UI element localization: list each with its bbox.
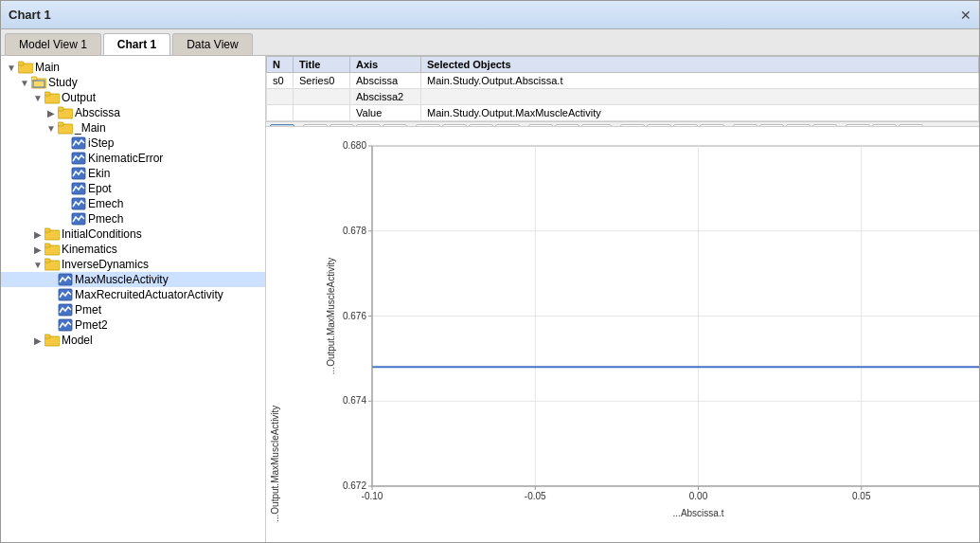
- tree-label-epot: Epot: [88, 182, 112, 195]
- tree-label-abscissa: Abscissa: [75, 106, 120, 119]
- toggle-initial-conditions[interactable]: ▶: [31, 229, 45, 240]
- series-axis-1: Abscissa2: [350, 89, 421, 105]
- toggle-kinematics[interactable]: ▶: [31, 244, 45, 255]
- item-icon-pmet2: [58, 318, 73, 332]
- series-col-title: Title: [294, 57, 350, 73]
- folder-icon-abscissa: [58, 106, 73, 119]
- series-title-1: [294, 89, 350, 105]
- toggle-abscissa[interactable]: ▶: [45, 108, 58, 118]
- svg-text:0.676: 0.676: [343, 311, 366, 321]
- svg-text:0.672: 0.672: [343, 480, 366, 491]
- tree-item-ekin[interactable]: Ekin: [1, 166, 265, 181]
- svg-rect-10: [58, 122, 63, 126]
- close-button[interactable]: ✕: [960, 8, 971, 23]
- tree-item-study[interactable]: ▼ Study: [1, 75, 265, 90]
- svg-rect-1: [18, 62, 24, 65]
- window-title: Chart 1: [9, 8, 51, 22]
- series-col-n: N: [267, 57, 294, 73]
- tree-label-emech: Emech: [88, 197, 123, 210]
- tree-item-pmech[interactable]: Pmech: [1, 211, 265, 226]
- series-n-2: [267, 105, 294, 121]
- item-icon-istep: [71, 136, 86, 150]
- tab-chart1[interactable]: Chart 1: [103, 33, 170, 55]
- tree-item-abscissa[interactable]: ▶ Abscissa: [1, 105, 265, 120]
- folder-icon-initial-conditions: [45, 227, 60, 241]
- tree-item-istep[interactable]: iStep: [1, 136, 265, 151]
- tree-item-max-muscle-activity[interactable]: MaxMuscleActivity: [1, 272, 265, 287]
- tree-item-kinematics[interactable]: ▶ Kinematics: [1, 242, 265, 257]
- tree-item-output[interactable]: ▼ Output: [1, 90, 265, 105]
- folder-icon-output: [45, 91, 60, 104]
- svg-rect-6: [45, 92, 50, 96]
- y-axis-label: ...Output.MaxMuscleActivity: [270, 127, 280, 522]
- toggle-study[interactable]: ▼: [18, 78, 31, 88]
- svg-rect-3: [31, 77, 37, 81]
- svg-text:-0.10: -0.10: [362, 491, 383, 501]
- tree-label-pmet2: Pmet2: [75, 318, 108, 332]
- tree-panel: ▼ Main ▼ Study ▼ Output ▶: [1, 56, 266, 542]
- tree-item-max-recruited-actuator[interactable]: MaxRecruitedActuatorActivity: [1, 287, 265, 302]
- toggle-model[interactable]: ▶: [31, 335, 45, 346]
- tree-label-output: Output: [62, 91, 96, 104]
- item-icon-emech: [71, 197, 86, 210]
- tree-item-kinematic-error[interactable]: KinematicError: [1, 151, 265, 166]
- title-bar: Chart 1 ✕: [1, 1, 979, 29]
- svg-text:...Abscissa.t: ...Abscissa.t: [673, 508, 724, 518]
- tree-item-inverse-dynamics[interactable]: ▼ InverseDynamics: [1, 257, 265, 272]
- tree-label-initial-conditions: InitialConditions: [62, 227, 142, 241]
- svg-text:0.00: 0.00: [689, 491, 708, 501]
- svg-rect-18: [45, 228, 50, 232]
- tab-model-view[interactable]: Model View 1: [5, 33, 101, 55]
- item-icon-pmech: [71, 212, 86, 226]
- series-col-axis: Axis: [350, 57, 421, 73]
- tree-label-_main: _Main: [75, 121, 106, 135]
- tree-item-pmet[interactable]: Pmet: [1, 302, 265, 317]
- tree-item-epot[interactable]: Epot: [1, 181, 265, 196]
- tab-bar: Model View 1 Chart 1 Data View: [1, 29, 979, 56]
- series-objects-2: Main.Study.Output.MaxMuscleActivity: [421, 105, 979, 121]
- main-window: Chart 1 ✕ Model View 1 Chart 1 Data View…: [0, 0, 980, 543]
- item-icon-max-recruited-actuator: [58, 288, 73, 301]
- tab-data-view[interactable]: Data View: [172, 33, 252, 55]
- tree-label-istep: iStep: [88, 136, 114, 150]
- series-row-1[interactable]: Abscissa2: [267, 89, 979, 105]
- tree-label-kinematic-error: KinematicError: [88, 152, 163, 165]
- folder-icon-_main: [58, 121, 73, 135]
- toggle-_main[interactable]: ▼: [45, 123, 58, 134]
- tree-label-max-recruited-actuator: MaxRecruitedActuatorActivity: [75, 288, 223, 301]
- tree-item-initial-conditions[interactable]: ▶ InitialConditions: [1, 226, 265, 242]
- svg-text:0.678: 0.678: [343, 226, 366, 236]
- toggle-main[interactable]: ▼: [5, 63, 18, 73]
- folder-icon-kinematics: [45, 243, 60, 256]
- series-n-0: s0: [267, 73, 294, 89]
- tree-label-max-muscle-activity: MaxMuscleActivity: [75, 273, 169, 286]
- tree-label-pmech: Pmech: [88, 212, 123, 226]
- chart-svg: 0.6720.6740.6760.6780.680-0.10-0.050.000…: [323, 136, 979, 522]
- series-objects-1: [421, 89, 979, 105]
- tree-item-_main[interactable]: ▼ _Main: [1, 120, 265, 136]
- item-icon-ekin: [71, 167, 86, 180]
- svg-text:0.680: 0.680: [343, 140, 366, 151]
- series-title-2: [294, 105, 350, 121]
- content-area: ▼ Main ▼ Study ▼ Output ▶: [1, 56, 979, 542]
- series-axis-2: Value: [350, 105, 421, 121]
- series-axis-0: Abscissa: [350, 73, 421, 89]
- folder-icon-main: [18, 61, 33, 74]
- toggle-output[interactable]: ▼: [31, 93, 45, 103]
- folder-icon-inverse-dynamics: [45, 258, 60, 271]
- tree-label-kinematics: Kinematics: [62, 243, 117, 256]
- series-row-2[interactable]: Value Main.Study.Output.MaxMuscleActivit…: [267, 105, 979, 121]
- tree-item-pmet2[interactable]: Pmet2: [1, 317, 265, 333]
- series-row-0[interactable]: s0 Series0 Abscissa Main.Study.Output.Ab…: [267, 73, 979, 89]
- toggle-inverse-dynamics[interactable]: ▼: [31, 260, 45, 270]
- series-objects-0: Main.Study.Output.Abscissa.t: [421, 73, 979, 89]
- tree-item-emech[interactable]: Emech: [1, 196, 265, 211]
- tree-label-study: Study: [48, 76, 78, 89]
- tree-item-main[interactable]: ▼ Main: [1, 60, 265, 75]
- tree-label-inverse-dynamics: InverseDynamics: [62, 258, 149, 271]
- svg-rect-8: [58, 107, 63, 111]
- item-icon-kinematic-error: [71, 152, 86, 165]
- tree-item-model[interactable]: ▶ Model: [1, 333, 265, 348]
- svg-rect-20: [45, 244, 50, 247]
- tree-label-main: Main: [35, 61, 60, 74]
